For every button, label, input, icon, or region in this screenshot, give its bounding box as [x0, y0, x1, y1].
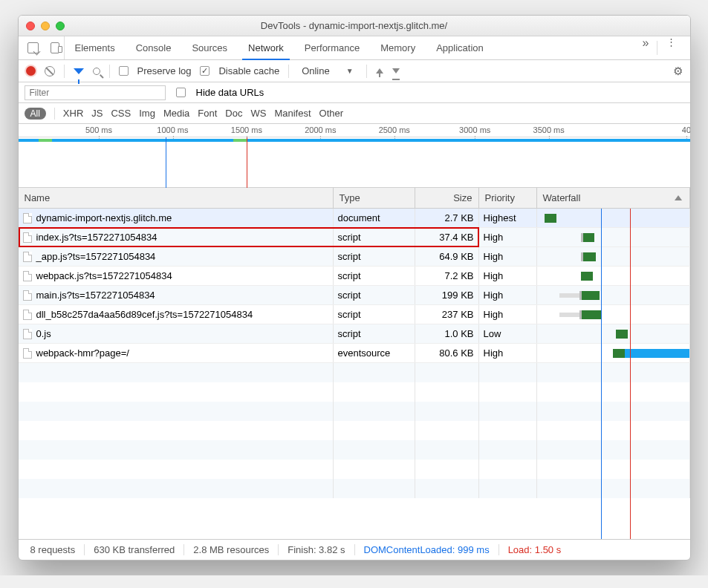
request-waterfall — [537, 305, 690, 324]
status-finish: Finish: 3.82 s — [279, 544, 354, 555]
hide-data-urls-checkbox[interactable] — [176, 88, 186, 97]
type-filter-js[interactable]: JS — [91, 108, 103, 119]
file-icon — [23, 348, 32, 359]
preserve-log-checkbox[interactable] — [119, 66, 129, 76]
status-load: Load: 1.50 s — [499, 544, 571, 555]
tab-application[interactable]: Application — [426, 36, 494, 59]
request-type: script — [334, 305, 415, 324]
tab-network[interactable]: Network — [238, 36, 294, 59]
throttling-select[interactable]: Online ▼ — [298, 63, 357, 79]
type-filter-img[interactable]: Img — [139, 108, 155, 119]
hide-data-urls-label: Hide data URLs — [196, 87, 264, 98]
minimize-icon[interactable] — [41, 22, 50, 30]
request-type: script — [334, 267, 415, 285]
status-bar: 8 requests 630 KB transferred 2.8 MB res… — [19, 539, 690, 560]
request-row[interactable]: index.js?ts=1572271054834script37.4 KBHi… — [19, 228, 690, 247]
timeline-tick: 1500 ms — [231, 125, 262, 134]
col-priority[interactable]: Priority — [479, 188, 537, 208]
devtools-window: DevTools - dynamic-import-nextjs.glitch.… — [18, 15, 691, 561]
request-waterfall — [537, 267, 690, 285]
overview-bar — [39, 139, 52, 142]
request-row[interactable]: dll_b58c257da4aa56d89cef.js?ts=157227105… — [19, 305, 690, 324]
request-priority: High — [479, 286, 537, 304]
overview-bar — [233, 139, 247, 142]
status-resources: 2.8 MB resources — [184, 544, 279, 555]
zoom-icon[interactable] — [56, 22, 65, 30]
empty-row — [19, 363, 690, 382]
timeline-tick: 40 — [682, 125, 691, 134]
upload-har-icon[interactable] — [376, 68, 383, 74]
request-row[interactable]: dynamic-import-nextjs.glitch.medocument2… — [19, 209, 690, 228]
type-filter-manifest[interactable]: Manifest — [274, 108, 311, 119]
clear-icon[interactable] — [45, 66, 55, 76]
close-icon[interactable] — [26, 22, 35, 30]
tab-console[interactable]: Console — [126, 36, 182, 59]
waterfall-bar — [579, 310, 601, 319]
request-row[interactable]: main.js?ts=1572271054834script199 KBHigh — [19, 286, 690, 305]
tab-performance[interactable]: Performance — [294, 36, 370, 59]
request-priority: High — [479, 344, 537, 362]
tab-memory[interactable]: Memory — [370, 36, 426, 59]
type-filter-doc[interactable]: Doc — [225, 108, 242, 119]
timeline-tick: 1000 ms — [157, 125, 188, 134]
file-icon — [23, 252, 32, 262]
request-name: index.js?ts=1572271054834 — [36, 232, 157, 243]
request-row[interactable]: _app.js?ts=1572271054834script64.9 KBHig… — [19, 247, 690, 267]
request-row[interactable]: 0.jsscript1.0 KBLow — [19, 324, 690, 344]
type-filter-font[interactable]: Font — [198, 108, 217, 119]
request-priority: High — [479, 305, 537, 324]
empty-row — [19, 460, 690, 479]
disable-cache-checkbox[interactable] — [200, 66, 210, 76]
type-filter-media[interactable]: Media — [163, 108, 189, 119]
type-filter-all[interactable]: All — [25, 108, 46, 120]
col-waterfall[interactable]: Waterfall — [537, 188, 690, 208]
col-type[interactable]: Type — [334, 188, 415, 208]
timeline-tick: 3000 ms — [459, 125, 490, 134]
gear-icon[interactable]: ⚙ — [673, 65, 683, 78]
timeline-tick: 500 ms — [85, 125, 112, 134]
disable-cache-label: Disable cache — [218, 65, 279, 76]
filter-input[interactable] — [25, 85, 166, 100]
file-icon — [23, 310, 32, 320]
col-name[interactable]: Name — [19, 188, 334, 208]
type-filter-other[interactable]: Other — [319, 108, 344, 119]
request-priority: High — [479, 228, 537, 246]
waterfall-bar — [579, 291, 600, 300]
type-filter-xhr[interactable]: XHR — [63, 108, 83, 119]
waterfall-bar — [616, 330, 628, 339]
status-requests: 8 requests — [22, 544, 85, 555]
type-filter-css[interactable]: CSS — [111, 108, 131, 119]
request-priority: High — [479, 247, 537, 266]
sort-asc-icon — [675, 195, 682, 200]
tab-sources[interactable]: Sources — [181, 36, 238, 59]
request-waterfall — [537, 209, 690, 227]
more-tabs-icon[interactable]: » — [635, 36, 657, 59]
window-title: DevTools - dynamic-import-nextjs.glitch.… — [19, 20, 690, 31]
request-row[interactable]: webpack-hmr?page=/eventsource80.6 KBHigh — [19, 344, 690, 363]
request-size: 1.0 KB — [415, 324, 479, 343]
request-type: script — [334, 286, 415, 304]
request-type: script — [334, 228, 415, 246]
request-name: webpack.js?ts=1572271054834 — [36, 270, 172, 281]
request-size: 199 KB — [415, 286, 479, 304]
download-har-icon[interactable] — [392, 68, 400, 74]
col-size[interactable]: Size — [415, 188, 479, 208]
tab-elements[interactable]: Elements — [65, 36, 126, 59]
file-icon — [23, 329, 32, 339]
overview-timeline[interactable]: 500 ms1000 ms1500 ms2000 ms2500 ms3000 m… — [19, 124, 690, 188]
inspect-icon[interactable] — [27, 42, 39, 53]
empty-row — [19, 421, 690, 440]
record-button[interactable] — [26, 66, 36, 76]
request-priority: Low — [479, 324, 537, 343]
waterfall-bar — [581, 233, 594, 242]
device-toggle-icon[interactable] — [51, 42, 59, 53]
settings-menu-icon[interactable]: ⋮ — [657, 36, 686, 59]
search-icon[interactable] — [93, 68, 100, 75]
request-size: 37.4 KB — [415, 228, 479, 246]
request-priority: Highest — [479, 209, 537, 227]
request-name: dll_b58c257da4aa56d89cef.js?ts=157227105… — [36, 309, 253, 320]
type-filter-ws[interactable]: WS — [250, 108, 266, 119]
filter-bar: Hide data URLs — [19, 82, 690, 103]
filter-icon[interactable] — [74, 68, 84, 74]
request-row[interactable]: webpack.js?ts=1572271054834script7.2 KBH… — [19, 267, 690, 286]
